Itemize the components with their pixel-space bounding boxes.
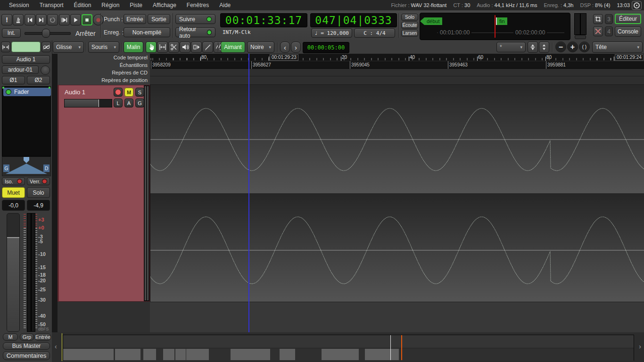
cd-markers-ruler[interactable] xyxy=(150,69,644,76)
window-3-button[interactable]: 3 xyxy=(605,14,613,24)
solo-button[interactable]: Solo xyxy=(401,14,418,21)
session-summary[interactable]: ‹ › xyxy=(52,332,644,362)
editor-window-button[interactable]: Éditeur xyxy=(615,14,641,24)
track-solo-button[interactable]: S xyxy=(135,88,144,97)
mute-button[interactable]: Muet xyxy=(2,187,25,198)
processor-fader[interactable]: Fader xyxy=(3,88,51,96)
end-marker[interactable]: fin xyxy=(496,17,507,25)
summary-widget[interactable] xyxy=(63,335,634,361)
menu-piste[interactable]: Piste xyxy=(124,0,148,10)
ruler-label-samples[interactable]: Échantillons xyxy=(58,62,148,68)
grid-unit-dropdown[interactable]: Noire▾ xyxy=(247,41,274,53)
error-log-icon-button[interactable] xyxy=(593,26,603,36)
meter-bar-right[interactable] xyxy=(31,213,35,332)
peak-display[interactable]: -4,9 xyxy=(27,200,50,211)
shrink-tracks-button[interactable] xyxy=(528,41,538,53)
samples-ruler[interactable]: 39582093958627395904539594633959881 xyxy=(150,61,644,69)
track-gain-slider[interactable] xyxy=(64,99,112,107)
fader-active-led[interactable] xyxy=(6,89,11,95)
primary-clock[interactable]: 00:01:33:17 xyxy=(220,13,307,27)
stretch-tool-button[interactable] xyxy=(191,41,202,53)
menu-affichage[interactable]: Affichage xyxy=(148,0,182,10)
grab-tool-button[interactable] xyxy=(146,41,157,53)
play-button[interactable] xyxy=(70,14,81,25)
zoom-out-button[interactable]: − xyxy=(555,41,566,52)
auto-return-button[interactable]: Retour auto xyxy=(175,27,215,37)
stop-button[interactable] xyxy=(82,14,92,25)
solo-lock-button[interactable]: Verr. xyxy=(27,177,50,185)
menu-transport[interactable]: Transport xyxy=(34,0,69,10)
solo-isolate-button[interactable]: Iso. xyxy=(2,177,25,185)
punch-in-button[interactable]: Entrée xyxy=(124,14,146,24)
timecode-ruler[interactable]: 8000:01:29:232040608000:01:29:24 xyxy=(150,54,644,61)
smart-mode-button[interactable]: Malin xyxy=(124,41,143,53)
strip-width-toggle[interactable] xyxy=(1,41,10,52)
midi-panic-button[interactable]: ! xyxy=(1,14,12,25)
input-button[interactable]: Entrée xyxy=(35,333,51,341)
punch-out-button[interactable]: Sortie xyxy=(148,14,170,24)
shuttle-handle[interactable] xyxy=(42,29,50,38)
zoom-focus-dropdown[interactable]: *▾ xyxy=(496,42,526,52)
goto-end-button[interactable] xyxy=(36,14,47,25)
phase-1-button[interactable]: Ø1 xyxy=(2,76,25,84)
summary-scroll-left[interactable]: ‹ xyxy=(55,343,57,350)
expand-tracks-button[interactable] xyxy=(539,41,549,53)
track-level-button[interactable]: L xyxy=(114,99,123,107)
loop-button[interactable] xyxy=(47,14,58,25)
feedback-button[interactable]: Larsen xyxy=(401,30,418,37)
mixer-window-button[interactable]: Console xyxy=(615,26,641,37)
mouse-mode-dropdown[interactable]: Souris▾ xyxy=(88,41,119,53)
pan-handle[interactable] xyxy=(24,157,29,163)
ruler-label-timecode[interactable]: Code temporel xyxy=(58,55,148,60)
track-name-label[interactable]: Audio 1 xyxy=(65,89,85,96)
ruler-label-cd-markers[interactable]: Repères de CD xyxy=(58,70,148,75)
menu-session[interactable]: Session xyxy=(4,0,34,10)
strip-hide-button[interactable] xyxy=(41,41,51,52)
track-record-arm-button[interactable] xyxy=(114,88,123,97)
strip-color-button[interactable] xyxy=(11,41,41,52)
playhead[interactable] xyxy=(248,54,249,332)
zoom-to-session-button[interactable]: ( ) xyxy=(579,41,590,52)
ruler-label-location-markers[interactable]: Repères de position xyxy=(58,77,148,83)
range-tool-button[interactable] xyxy=(157,41,168,53)
gain-fader[interactable] xyxy=(7,213,20,332)
mini-timeline[interactable]: début fin 00:01:00:00 00:02:00:00 xyxy=(420,13,570,40)
track-canvas[interactable] xyxy=(150,85,644,302)
secondary-clock[interactable]: 047|04|0333 xyxy=(310,13,397,27)
listen-button[interactable]: Écoute xyxy=(401,22,418,29)
punch-clock-icon-button[interactable] xyxy=(593,14,603,24)
strip-solo-button[interactable]: Solo xyxy=(27,187,50,198)
time-signature-button[interactable]: C : 4/4 xyxy=(354,28,395,38)
window-4-button[interactable]: 4 xyxy=(605,26,613,36)
panner[interactable]: G D xyxy=(2,156,51,176)
track-group-button[interactable]: G xyxy=(135,99,144,107)
phase-2-button[interactable]: Ø2 xyxy=(27,76,50,84)
track-header-audio1[interactable]: Audio 1 M S L A G xyxy=(58,85,150,302)
rulers[interactable]: 8000:01:29:232040608000:01:29:24 3958209… xyxy=(150,54,644,85)
group-button[interactable]: Grp xyxy=(20,333,34,341)
nudge-back-button[interactable]: ‹ xyxy=(280,41,290,53)
play-range-button[interactable] xyxy=(59,14,70,25)
menu-aide[interactable]: Aide xyxy=(214,0,236,10)
tempo-button[interactable]: ♩ = 120,000 xyxy=(311,28,352,38)
audition-tool-button[interactable] xyxy=(180,41,190,53)
output-bus-button[interactable]: Bus Master xyxy=(3,342,50,350)
draw-tool-button[interactable] xyxy=(202,41,213,53)
sync-source-button[interactable]: Int. xyxy=(2,28,21,38)
start-marker[interactable]: début xyxy=(424,17,442,25)
meter-bar-left[interactable] xyxy=(27,213,31,332)
zoom-in-button[interactable]: + xyxy=(567,41,578,52)
gain-display[interactable]: -0,0 xyxy=(2,200,25,211)
trim-knob[interactable] xyxy=(41,66,50,75)
playlist-button[interactable]: ardour-01 xyxy=(2,66,39,74)
marker-mode-dropdown[interactable]: Tête▾ xyxy=(592,41,643,53)
record-mode-button[interactable]: Non-empilé xyxy=(124,27,170,37)
track-automation-button[interactable]: A xyxy=(124,99,133,107)
record-indicator-icon[interactable] xyxy=(632,1,642,10)
nudge-forward-button[interactable]: › xyxy=(291,41,301,53)
goto-start-button[interactable] xyxy=(25,14,35,25)
metronome-button[interactable] xyxy=(13,14,24,25)
cut-tool-button[interactable] xyxy=(168,41,179,53)
location-markers-ruler[interactable] xyxy=(150,76,644,85)
edit-point-dropdown[interactable]: Glisse▾ xyxy=(53,41,84,53)
